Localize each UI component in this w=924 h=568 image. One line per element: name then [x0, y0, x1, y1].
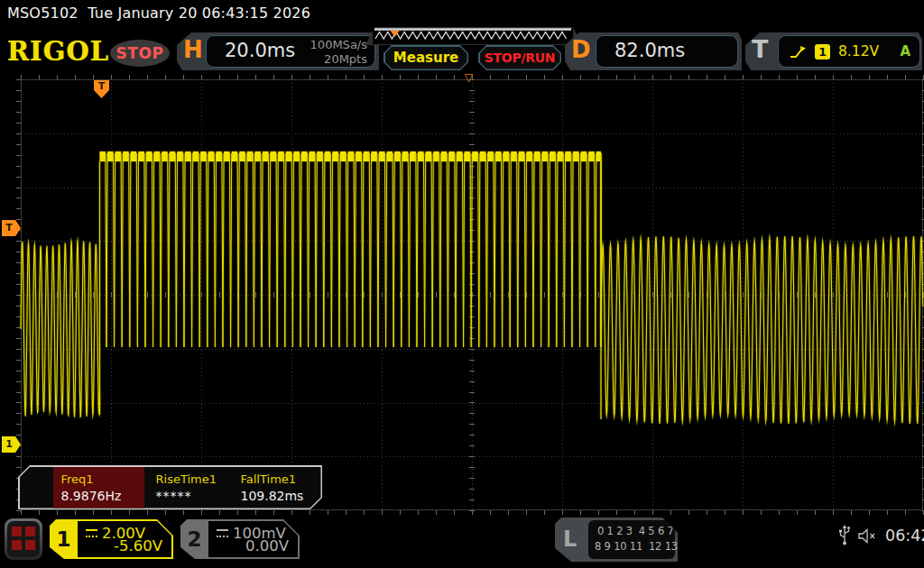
wave-overview-icon [373, 28, 573, 44]
dc-coupling-icon [86, 528, 97, 537]
channel1-offset: -5.60V [114, 537, 162, 554]
logic-label: L [563, 527, 577, 552]
timebase-box[interactable]: 20.0ms 100MSa/s 20Mpts [206, 35, 375, 68]
speaker-muted-icon [857, 528, 878, 544]
oscilloscope-screen: MSO5102 Tue January 20 06:43:15 2026 RIG… [0, 0, 924, 568]
graticule-area: T ▽ T 1 Freq1 8.9876Hz RiseTime1 ***** F… [0, 72, 924, 516]
measurement-value: ***** [156, 489, 192, 503]
measurement-label: FallTime1 [241, 472, 297, 486]
trigger-label: T [752, 35, 768, 63]
menu-button[interactable] [5, 518, 42, 560]
channel1-number: 1 [50, 519, 78, 559]
sample-rate: 100MSa/s [310, 38, 367, 52]
delay-menu-tab[interactable]: D 82.0ms [565, 32, 742, 70]
bottom-bar: 1 2.00V -5.60V 2 100mV 0.00V L 0 1 2 3 4… [0, 516, 924, 568]
stop-run-button[interactable]: STOP/RUN [478, 45, 561, 70]
channel2-number: 2 [180, 519, 208, 559]
trigger-sweep-mode: A [900, 43, 919, 60]
measure-button-label: Measure [385, 47, 467, 69]
channel2-badge[interactable]: 2 100mV 0.00V [180, 519, 300, 559]
horizontal-label: H [183, 36, 203, 63]
measurement-freq1[interactable]: Freq1 8.9876Hz [53, 467, 144, 508]
logic-row-8-15: 8 9 10 11 12 13 14 15 [595, 540, 709, 553]
logic-row-0-7: 0 1 2 3 4 5 6 7 [597, 525, 674, 537]
measurement-falltime1[interactable]: FallTime1 109.82ms [233, 467, 322, 508]
header-bar: RIGOL STOP H 20.0ms 100MSa/s 20Mpts Meas… [0, 27, 924, 72]
measurement-risetime1[interactable]: RiseTime1 ***** [148, 467, 237, 508]
trigger-menu-tab[interactable]: T 1 8.12V A [745, 32, 922, 70]
measure-button[interactable]: Measure [383, 45, 468, 70]
wave-position-bar[interactable] [373, 28, 573, 44]
delay-center-marker: ▽ [465, 71, 473, 84]
trigger-level-value: 8.12V [838, 43, 879, 60]
model-and-datetime: MSO5102 Tue January 20 06:43:15 2026 [7, 5, 310, 22]
channel1-badge[interactable]: 1 2.00V -5.60V [50, 519, 173, 559]
channel2-offset: 0.00V [245, 537, 289, 554]
measurement-label: Freq1 [61, 472, 94, 486]
measurement-panel[interactable]: Freq1 8.9876Hz RiseTime1 ***** FallTime1… [18, 465, 322, 509]
timebase-value: 20.0ms [225, 40, 295, 61]
measurement-label: RiseTime1 [156, 472, 217, 486]
measurement-value: 8.9876Hz [61, 489, 122, 503]
clock-time: 06:42 [885, 527, 924, 545]
delay-box[interactable]: 82.0ms [596, 35, 738, 68]
waveform-display[interactable] [0, 72, 924, 516]
trigger-source-badge: 1 [815, 44, 830, 60]
rigol-logo: RIGOL [7, 36, 109, 67]
rising-edge-trigger-icon [789, 45, 807, 59]
stop-run-button-label: STOP/RUN [480, 47, 560, 69]
dc-coupling-icon [217, 528, 228, 537]
delay-label: D [571, 36, 591, 63]
memory-depth: 20Mpts [310, 52, 367, 67]
menu-grid-icon [12, 527, 35, 550]
measurement-value: 109.82ms [241, 489, 304, 503]
logic-channels-badge[interactable]: L 0 1 2 3 4 5 6 7 8 9 10 11 12 13 14 15 [555, 518, 678, 562]
trigger-box[interactable]: 1 8.12V A [778, 35, 920, 68]
delay-value: 82.0ms [614, 40, 685, 61]
horizontal-menu-tab[interactable]: H 20.0ms 100MSa/s 20Mpts [177, 32, 379, 70]
usb-icon [837, 525, 852, 545]
acquisition-state-badge: STOP [110, 40, 170, 67]
